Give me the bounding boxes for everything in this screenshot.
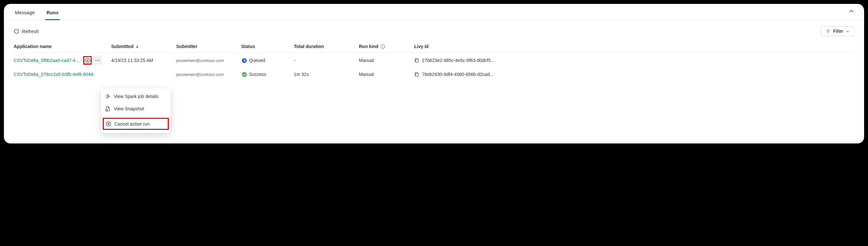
table-row: CSVToDelta_5f8b2aa0-cad7-43d9 4/19/23 11… (14, 52, 854, 68)
svg-point-11 (107, 97, 108, 98)
menu-view-snapshot[interactable]: View Snapshot (101, 103, 171, 115)
cancel-run-icon-button[interactable] (83, 56, 92, 65)
row-context-menu: View Spark job details View Snapshot Can… (101, 88, 171, 133)
svg-rect-6 (416, 59, 418, 62)
more-horizontal-icon (95, 58, 100, 63)
refresh-button[interactable]: Refresh (14, 29, 39, 34)
copy-icon (414, 58, 420, 63)
svg-rect-8 (416, 73, 418, 76)
table-header: Application name Submitted Submitter Sta… (14, 39, 854, 52)
svg-point-4 (99, 60, 100, 61)
svg-point-9 (107, 95, 108, 96)
cancel-circle-icon (85, 58, 90, 63)
header-livy[interactable]: Livy Id (414, 44, 854, 49)
cell-livy: 27b623e2-985c-4e5c-9f63-d0dcf5... (422, 58, 494, 63)
cancel-circle-icon (106, 121, 111, 127)
copy-icon (414, 72, 420, 77)
cell-submitted: 4/19/23 11:33:25 AM (111, 58, 176, 63)
tab-runs[interactable]: Runs (45, 7, 60, 20)
chevron-down-icon (846, 30, 849, 33)
tab-message[interactable]: Message (14, 7, 36, 20)
cell-duration: - (294, 58, 359, 63)
menu-spark-details-label: View Spark job details (114, 94, 158, 99)
menu-view-snapshot-label: View Snapshot (114, 106, 144, 111)
header-submitted[interactable]: Submitted (111, 44, 176, 49)
sort-down-icon (135, 44, 139, 48)
cell-livy: 76eb2930-9df4-4560-856b-d2cad... (422, 72, 494, 77)
application-link[interactable]: CSVToDelta_5f8b2aa0-cad7-43d9 (14, 58, 82, 63)
menu-cancel-run[interactable]: Cancel active run (103, 118, 169, 130)
svg-point-2 (96, 60, 97, 61)
chevron-up-icon (848, 8, 854, 14)
header-submitted-label: Submitted (111, 44, 133, 49)
cell-runkind: Manual (359, 72, 414, 77)
header-duration[interactable]: Total duration (294, 44, 359, 49)
menu-cancel-run-label: Cancel active run (115, 121, 150, 127)
tabs-bar: Message Runs (4, 4, 864, 20)
toolbar: Refresh Filter (4, 21, 864, 39)
success-icon (241, 71, 247, 77)
svg-point-3 (97, 60, 98, 61)
copy-livy-button[interactable] (414, 72, 420, 77)
runs-table: Application name Submitted Submitter Sta… (4, 39, 864, 80)
filter-icon (826, 29, 831, 34)
cell-status: Success (249, 72, 266, 77)
collapse-panel-button[interactable] (848, 8, 854, 15)
table-row: CSVToDelta_078cc2a5-b3fb-4ef8-804d- jess… (14, 68, 854, 80)
header-submitter[interactable]: Submitter (176, 44, 241, 49)
copy-livy-button[interactable] (414, 58, 420, 63)
cell-status: Queued (249, 58, 265, 63)
refresh-icon (14, 29, 19, 34)
filter-label: Filter (833, 29, 843, 34)
spark-details-icon (105, 94, 111, 99)
cell-submitter: jessieirwin@contoso.com (176, 58, 241, 63)
refresh-label: Refresh (22, 29, 39, 34)
snapshot-icon (105, 106, 111, 112)
header-application-name[interactable]: Application name (14, 44, 111, 49)
cell-runkind: Manual (359, 58, 414, 63)
svg-point-10 (108, 96, 110, 97)
cell-duration: 1m 32s (294, 72, 359, 77)
header-runkind-label: Run kind (359, 44, 378, 49)
runs-panel: Message Runs Refresh Filter Application … (4, 4, 864, 143)
filter-button[interactable]: Filter (821, 26, 854, 36)
application-link[interactable]: CSVToDelta_078cc2a5-b3fb-4ef8-804d- (14, 72, 95, 77)
queued-icon (241, 58, 247, 63)
header-status[interactable]: Status (241, 44, 294, 49)
info-icon[interactable] (380, 44, 385, 49)
menu-spark-details[interactable]: View Spark job details (101, 90, 171, 103)
header-runkind[interactable]: Run kind (359, 44, 414, 49)
cell-submitter: jessieirwin@contoso.com (176, 72, 241, 77)
menu-divider (101, 116, 171, 116)
more-actions-button[interactable] (93, 56, 102, 65)
